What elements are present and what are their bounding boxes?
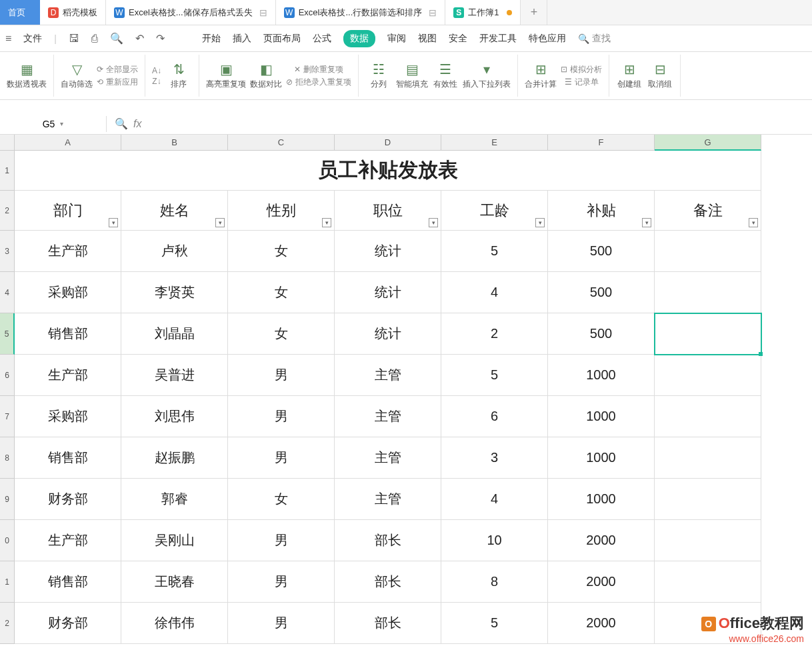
data-cell[interactable]: 男 [228, 437, 335, 479]
print-icon[interactable]: ⎙ [91, 33, 98, 45]
col-header-c[interactable]: C [228, 135, 335, 151]
filter-icon[interactable]: ▾ [109, 218, 118, 227]
header-cell[interactable]: 补贴▾ [548, 191, 655, 231]
col-header-d[interactable]: D [335, 135, 441, 151]
menu-dev[interactable]: 开发工具 [479, 33, 517, 45]
data-cell[interactable]: 销售部 [15, 437, 121, 479]
data-cell[interactable]: 女 [228, 479, 335, 520]
menu-file[interactable]: 文件 [23, 33, 42, 45]
filter-icon[interactable]: ▾ [749, 218, 758, 227]
menu-insert[interactable]: 插入 [233, 33, 251, 45]
menu-layout[interactable]: 页面布局 [263, 33, 301, 45]
group-button[interactable]: ⊞创建组 [616, 61, 643, 90]
header-cell[interactable]: 部门▾ [15, 191, 121, 231]
close-icon[interactable]: ⊟ [429, 7, 437, 18]
menu-start[interactable]: 开始 [202, 33, 221, 45]
menu-security[interactable]: 安全 [449, 33, 467, 45]
row-header[interactable]: 5 [0, 313, 15, 355]
search-box[interactable]: 🔍 查找 [578, 33, 611, 45]
data-cell[interactable]: 部长 [335, 520, 441, 561]
sort-button[interactable]: ⇅排序 [165, 61, 192, 90]
header-cell[interactable]: 性别▾ [228, 191, 335, 231]
save-icon[interactable]: 🖫 [69, 33, 79, 45]
tab-templates[interactable]: D 稻壳模板 [40, 0, 106, 25]
split-button[interactable]: ☷分列 [365, 61, 392, 90]
col-header-f[interactable]: F [548, 135, 655, 151]
data-cell[interactable]: 1000 [548, 396, 655, 437]
reject-dup-button[interactable]: ⊘拒绝录入重复项 [286, 77, 351, 88]
title-cell[interactable]: 员工补贴发放表 [15, 151, 761, 191]
data-cell[interactable] [655, 561, 761, 603]
data-cell[interactable]: 2000 [548, 561, 655, 603]
dedup-highlight-button[interactable]: ▣高亮重复项 [206, 61, 246, 90]
select-all-corner[interactable] [0, 135, 15, 151]
data-cell[interactable]: 5 [441, 355, 548, 396]
data-cell[interactable]: 徐伟伟 [121, 603, 228, 644]
flashfill-button[interactable]: ▤智能填充 [396, 61, 428, 90]
row-header[interactable]: 2 [0, 191, 15, 231]
row-header[interactable]: 0 [0, 520, 15, 561]
header-cell[interactable]: 职位▾ [335, 191, 441, 231]
preview-icon[interactable]: 🔍 [110, 32, 123, 45]
menu-view[interactable]: 视图 [418, 33, 437, 45]
data-cell[interactable]: 男 [228, 520, 335, 561]
pivot-button[interactable]: ▦数据透视表 [7, 61, 47, 90]
data-cell[interactable]: 1000 [548, 355, 655, 396]
delete-dup-button[interactable]: ✕删除重复项 [286, 64, 351, 75]
data-cell[interactable]: 5 [441, 231, 548, 272]
menu-formula[interactable]: 公式 [313, 33, 331, 45]
data-cell[interactable]: 财务部 [15, 479, 121, 520]
data-cell[interactable]: 部长 [335, 603, 441, 644]
data-cell[interactable]: 500 [548, 313, 655, 355]
showall-button[interactable]: ⟳全部显示 [97, 64, 138, 75]
filter-icon[interactable]: ▾ [322, 218, 331, 227]
data-cell[interactable]: 生产部 [15, 355, 121, 396]
autofilter-button[interactable]: ▽自动筛选 [61, 61, 93, 90]
row-header[interactable]: 3 [0, 231, 15, 272]
new-tab-button[interactable]: + [521, 0, 547, 25]
data-cell[interactable]: 吴普进 [121, 355, 228, 396]
zoom-icon[interactable]: 🔍 [115, 117, 128, 130]
header-cell[interactable]: 工龄▾ [441, 191, 548, 231]
data-cell[interactable]: 主管 [335, 479, 441, 520]
data-cell[interactable]: 男 [228, 355, 335, 396]
data-cell[interactable]: 王晓春 [121, 561, 228, 603]
tab-home[interactable]: 首页 [0, 0, 40, 25]
data-cell[interactable]: 赵振鹏 [121, 437, 228, 479]
menu-icon[interactable]: ≡ [5, 33, 11, 45]
data-cell[interactable]: 统计 [335, 231, 441, 272]
menu-feature[interactable]: 特色应用 [529, 33, 566, 45]
row-header[interactable]: 4 [0, 272, 15, 313]
data-cell[interactable]: 2000 [548, 520, 655, 561]
col-header-a[interactable]: A [15, 135, 121, 151]
row-header[interactable]: 6 [0, 355, 15, 396]
data-cell[interactable]: 女 [228, 313, 335, 355]
data-cell[interactable] [655, 313, 761, 355]
col-header-e[interactable]: E [441, 135, 548, 151]
data-cell[interactable]: 3 [441, 437, 548, 479]
filter-icon[interactable]: ▾ [642, 218, 651, 227]
data-cell[interactable]: 500 [548, 272, 655, 313]
data-cell[interactable]: 女 [228, 231, 335, 272]
data-cell[interactable] [655, 520, 761, 561]
menu-review[interactable]: 审阅 [387, 33, 406, 45]
data-cell[interactable]: 刘晶晶 [121, 313, 228, 355]
data-cell[interactable]: 2000 [548, 603, 655, 644]
data-cell[interactable]: 生产部 [15, 231, 121, 272]
data-cell[interactable] [655, 272, 761, 313]
tab-doc-2[interactable]: W Excel表格技...行数据筛选和排序 ⊟ [276, 0, 446, 25]
data-cell[interactable] [655, 355, 761, 396]
data-cell[interactable]: 主管 [335, 396, 441, 437]
filter-icon[interactable]: ▾ [535, 218, 545, 227]
data-cell[interactable]: 主管 [335, 437, 441, 479]
data-cell[interactable]: 500 [548, 231, 655, 272]
data-cell[interactable]: 财务部 [15, 603, 121, 644]
validation-button[interactable]: ☰有效性 [432, 61, 459, 90]
formula-input[interactable] [149, 116, 812, 132]
data-cell[interactable]: 4 [441, 479, 548, 520]
ungroup-button[interactable]: ⊟取消组 [647, 61, 673, 90]
row-header[interactable]: 1 [0, 561, 15, 603]
data-cell[interactable]: 2 [441, 313, 548, 355]
undo-icon[interactable]: ↶ [135, 32, 144, 45]
compare-button[interactable]: ◧数据对比 [250, 61, 282, 90]
